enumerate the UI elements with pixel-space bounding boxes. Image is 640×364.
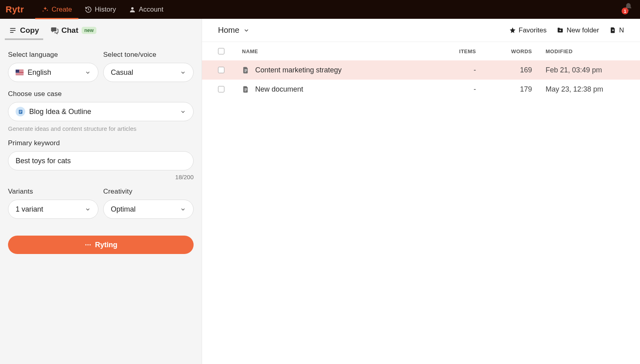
svg-rect-5 xyxy=(19,110,21,111)
svg-rect-7 xyxy=(19,112,21,113)
tab-copy[interactable]: Copy xyxy=(5,21,43,40)
sparkle-icon xyxy=(42,6,49,13)
svg-point-0 xyxy=(131,7,134,10)
chevron-down-icon xyxy=(180,70,186,76)
chevron-down-icon xyxy=(180,109,186,115)
table-row[interactable]: Content marketing strategy-169Feb 21, 03… xyxy=(202,60,640,80)
new-doc-button[interactable]: N xyxy=(610,26,624,34)
notifications-button[interactable]: 1 xyxy=(624,2,633,13)
usecase-value: Blog Idea & Outline xyxy=(29,108,91,116)
usecase-label: Choose use case xyxy=(8,90,194,98)
creativity-label: Creativity xyxy=(103,188,194,196)
table-header: NAME ITEMS WORDS MODIFIED xyxy=(202,42,640,60)
svg-rect-14 xyxy=(244,88,247,89)
svg-rect-11 xyxy=(244,69,247,70)
language-label: Select language xyxy=(8,51,98,59)
main-toolbar: Home Favorites New folder N xyxy=(202,19,640,42)
svg-rect-6 xyxy=(19,111,21,112)
main-panel: Home Favorites New folder N N xyxy=(202,19,640,364)
keyword-label: Primary keyword xyxy=(8,139,194,147)
row-checkbox[interactable] xyxy=(218,67,224,73)
favorites-label: Favorites xyxy=(519,26,547,34)
nav-account[interactable]: Account xyxy=(122,0,170,19)
tone-label: Select tone/voice xyxy=(103,51,194,59)
tab-chat[interactable]: Chat new xyxy=(46,21,101,40)
top-nav: Rytr Create History Account 1 xyxy=(0,0,640,19)
row-checkbox[interactable] xyxy=(218,86,224,92)
history-icon xyxy=(85,6,92,13)
breadcrumb-label: Home xyxy=(218,26,239,35)
new-badge: new xyxy=(82,27,96,34)
col-modified[interactable]: MODIFIED xyxy=(532,48,624,54)
chevron-down-icon xyxy=(85,206,91,212)
document-icon xyxy=(242,66,250,74)
row-words: 169 xyxy=(476,66,532,74)
new-folder-button[interactable]: New folder xyxy=(557,26,599,34)
copy-form: Select language English Select tone/voic… xyxy=(0,42,202,263)
person-icon xyxy=(129,6,136,13)
chevron-down-icon xyxy=(180,206,186,212)
svg-point-9 xyxy=(87,244,88,246)
new-folder-label: New folder xyxy=(566,26,599,34)
ryting-button[interactable]: Ryting xyxy=(8,236,194,254)
col-name[interactable]: NAME xyxy=(242,48,428,54)
notification-badge: 1 xyxy=(622,8,628,14)
keyword-value: Best toys for cats xyxy=(16,157,71,165)
keyword-input[interactable]: Best toys for cats xyxy=(8,151,194,170)
notes-icon xyxy=(9,26,17,34)
row-items: - xyxy=(428,85,476,94)
row-modified: May 23, 12:38 pm xyxy=(532,85,624,94)
svg-rect-16 xyxy=(244,90,246,91)
row-modified: Feb 21, 03:49 pm xyxy=(532,66,624,74)
select-all-checkbox[interactable] xyxy=(218,48,224,54)
svg-point-8 xyxy=(85,244,86,246)
usecase-helper: Generate ideas and content structure for… xyxy=(8,125,194,132)
table-body: Content marketing strategy-169Feb 21, 03… xyxy=(202,60,640,99)
creativity-value: Optimal xyxy=(111,205,136,214)
row-words: 179 xyxy=(476,85,532,94)
language-select[interactable]: English xyxy=(8,63,98,82)
breadcrumb[interactable]: Home xyxy=(218,26,250,35)
nav-account-label: Account xyxy=(139,6,163,14)
chevron-down-icon xyxy=(243,27,250,34)
star-icon xyxy=(509,27,516,34)
brand-logo: Rytr xyxy=(6,4,24,15)
tone-select[interactable]: Casual xyxy=(103,63,194,82)
favorites-button[interactable]: Favorites xyxy=(509,26,547,34)
flag-us-icon xyxy=(16,70,24,75)
blog-idea-icon xyxy=(16,107,25,116)
loading-dots-icon xyxy=(84,241,92,248)
folder-plus-icon xyxy=(557,27,564,34)
language-value: English xyxy=(28,68,51,77)
sidebar: Copy Chat new Select language English Se… xyxy=(0,19,202,364)
svg-point-10 xyxy=(89,244,90,246)
sidebar-tabs: Copy Chat new xyxy=(0,19,202,42)
variants-value: 1 variant xyxy=(16,205,43,214)
chat-icon xyxy=(50,26,58,34)
ryting-label: Ryting xyxy=(95,241,118,249)
row-name: New document xyxy=(255,85,303,94)
variants-select[interactable]: 1 variant xyxy=(8,200,98,219)
nav-history-label: History xyxy=(95,6,116,14)
file-plus-icon xyxy=(610,27,616,34)
document-icon xyxy=(242,86,250,93)
variants-label: Variants xyxy=(8,188,98,196)
tab-copy-label: Copy xyxy=(20,26,39,35)
keyword-counter: 18/200 xyxy=(8,174,194,180)
row-name: Content marketing strategy xyxy=(255,66,342,74)
nav-create[interactable]: Create xyxy=(35,0,78,19)
creativity-select[interactable]: Optimal xyxy=(103,200,194,219)
svg-rect-13 xyxy=(244,71,246,72)
tone-value: Casual xyxy=(111,68,133,77)
svg-rect-15 xyxy=(244,89,247,90)
usecase-select[interactable]: Blog Idea & Outline xyxy=(8,102,194,121)
chevron-down-icon xyxy=(85,70,91,76)
nav-create-label: Create xyxy=(52,6,72,14)
nav-history[interactable]: History xyxy=(78,0,122,19)
col-words[interactable]: WORDS xyxy=(476,48,532,54)
new-doc-label: N xyxy=(619,26,624,34)
svg-rect-12 xyxy=(244,70,247,70)
col-items[interactable]: ITEMS xyxy=(428,48,476,54)
row-items: - xyxy=(428,66,476,74)
table-row[interactable]: New document-179May 23, 12:38 pm xyxy=(202,80,640,99)
